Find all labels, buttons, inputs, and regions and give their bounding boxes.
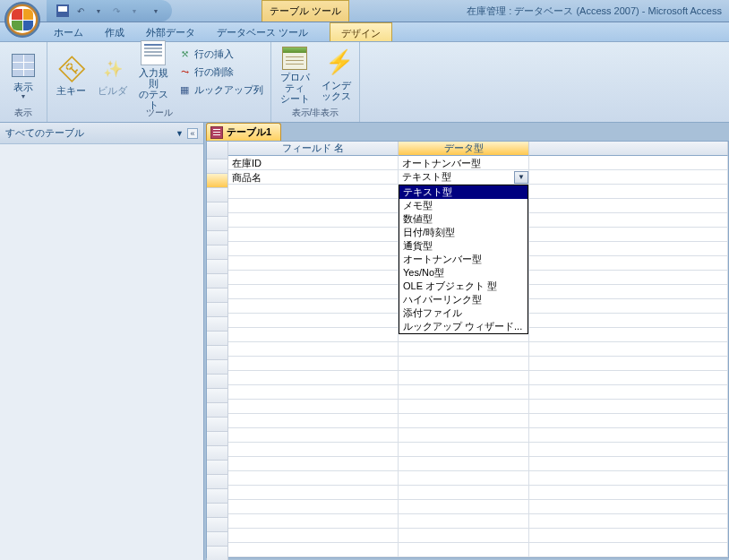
row-selector[interactable] [207, 217, 228, 231]
row-selector[interactable] [207, 174, 228, 188]
data-type-cell[interactable] [399, 471, 529, 486]
row-selector[interactable] [207, 446, 228, 461]
navpane-header[interactable]: すべてのテーブル ▼ « [0, 123, 203, 144]
dropdown-item[interactable]: OLE オブジェクト 型 [399, 280, 527, 293]
data-type-cell[interactable]: テキスト型▼ [399, 170, 529, 185]
insert-row-button[interactable]: ⤲行の挿入 [175, 46, 267, 63]
data-type-cell[interactable] [399, 500, 529, 514]
field-name-cell[interactable] [228, 514, 399, 529]
field-name-cell[interactable] [228, 185, 399, 199]
dropdown-item[interactable]: メモ型 [399, 199, 527, 212]
field-name-cell[interactable]: 在庫ID [228, 156, 399, 170]
data-type-cell[interactable] [399, 385, 529, 400]
column-header-type[interactable]: データ型 [399, 142, 529, 156]
row-selector[interactable] [207, 188, 228, 202]
row-selector[interactable] [207, 274, 228, 289]
field-name-cell[interactable] [228, 228, 399, 242]
field-name-cell[interactable] [228, 486, 399, 500]
qat-undo-dropdown[interactable]: ▼ [91, 4, 106, 18]
dropdown-item[interactable]: テキスト型 [399, 185, 527, 199]
dropdown-item[interactable]: 添付ファイル [399, 306, 527, 320]
data-type-cell[interactable] [399, 342, 529, 357]
field-name-cell[interactable] [228, 299, 399, 314]
data-type-cell[interactable] [399, 371, 529, 385]
data-type-cell[interactable] [399, 543, 529, 557]
data-type-cell[interactable] [399, 400, 529, 414]
row-selector[interactable] [207, 547, 228, 560]
field-name-cell[interactable] [228, 256, 399, 271]
field-name-cell[interactable]: 商品名 [228, 170, 399, 185]
field-name-cell[interactable] [228, 314, 399, 328]
dropdown-button[interactable]: ▼ [514, 171, 528, 184]
data-type-cell[interactable] [399, 529, 529, 543]
field-name-cell[interactable] [228, 443, 399, 457]
field-name-cell[interactable] [228, 457, 399, 471]
field-name-cell[interactable] [228, 529, 399, 543]
data-type-cell[interactable] [399, 428, 529, 443]
tab-home[interactable]: ホーム [43, 22, 94, 41]
field-name-cell[interactable] [228, 428, 399, 443]
field-name-cell[interactable] [228, 342, 399, 357]
field-name-cell[interactable] [228, 328, 399, 342]
row-selector[interactable] [207, 346, 228, 360]
field-name-cell[interactable] [228, 285, 399, 299]
row-selector[interactable] [207, 159, 228, 174]
property-sheet-button[interactable]: プロパティ シート [275, 46, 314, 105]
dropdown-item[interactable]: 日付/時刻型 [399, 226, 527, 239]
column-header-field[interactable]: フィールド 名 [228, 142, 399, 156]
qat-customize-dropdown[interactable]: ▼ [149, 4, 163, 18]
navpane-collapse-button[interactable]: « [187, 128, 198, 139]
row-selector[interactable] [207, 289, 228, 303]
field-name-cell[interactable] [228, 271, 399, 285]
dropdown-item[interactable]: ハイパーリンク型 [399, 293, 527, 306]
dropdown-item[interactable]: 数値型 [399, 212, 527, 226]
data-type-cell[interactable] [399, 443, 529, 457]
row-selector[interactable] [207, 461, 228, 475]
row-selector[interactable] [207, 246, 228, 260]
row-selector[interactable] [207, 403, 228, 418]
field-name-cell[interactable] [228, 543, 399, 557]
document-tab[interactable]: テーブル1 [206, 123, 281, 141]
row-selector[interactable] [207, 532, 228, 547]
row-selector[interactable] [207, 432, 228, 446]
data-type-cell[interactable] [399, 486, 529, 500]
field-name-cell[interactable] [228, 471, 399, 486]
primary-key-button[interactable]: ⚿ 主キー [51, 46, 90, 105]
field-name-cell[interactable] [228, 357, 399, 371]
field-name-cell[interactable] [228, 371, 399, 385]
tab-external-data[interactable]: 外部データ [135, 22, 206, 41]
dropdown-item[interactable]: オートナンバー型 [399, 253, 527, 266]
row-selector[interactable] [207, 518, 228, 532]
field-name-cell[interactable] [228, 213, 399, 228]
office-button[interactable] [4, 2, 40, 38]
row-selector[interactable] [207, 202, 228, 217]
row-selector[interactable] [207, 303, 228, 317]
tab-create[interactable]: 作成 [94, 22, 135, 41]
field-name-cell[interactable] [228, 242, 399, 256]
field-name-cell[interactable] [228, 414, 399, 428]
dropdown-item[interactable]: Yes/No型 [399, 266, 527, 280]
row-selector[interactable] [207, 504, 228, 518]
row-selector[interactable] [207, 260, 228, 274]
row-selector[interactable] [207, 317, 228, 332]
dropdown-item[interactable]: 通貨型 [399, 239, 527, 253]
navpane-dropdown-icon[interactable]: ▼ [176, 129, 184, 138]
field-name-cell[interactable] [228, 500, 399, 514]
field-name-cell[interactable] [228, 400, 399, 414]
field-name-cell[interactable] [228, 199, 399, 213]
builder-button[interactable]: ✨ ビルダ [92, 46, 132, 105]
data-type-cell[interactable] [399, 414, 529, 428]
lookup-col-button[interactable]: ▦ルックアップ列 [175, 82, 267, 99]
test-rules-button[interactable]: 入力規則 のテスト [133, 46, 173, 105]
field-name-cell[interactable] [228, 385, 399, 400]
row-selector[interactable] [207, 475, 228, 489]
row-selector[interactable] [207, 375, 228, 389]
indexes-button[interactable]: インデックス [316, 46, 356, 105]
row-selector[interactable] [207, 360, 228, 375]
view-button[interactable]: 表示 ▼ [4, 46, 43, 105]
row-selector[interactable] [207, 389, 228, 403]
data-type-cell[interactable] [399, 457, 529, 471]
qat-redo-button[interactable]: ↷ [109, 4, 124, 18]
qat-undo-button[interactable]: ↶ [73, 4, 88, 18]
data-type-cell[interactable] [399, 514, 529, 529]
